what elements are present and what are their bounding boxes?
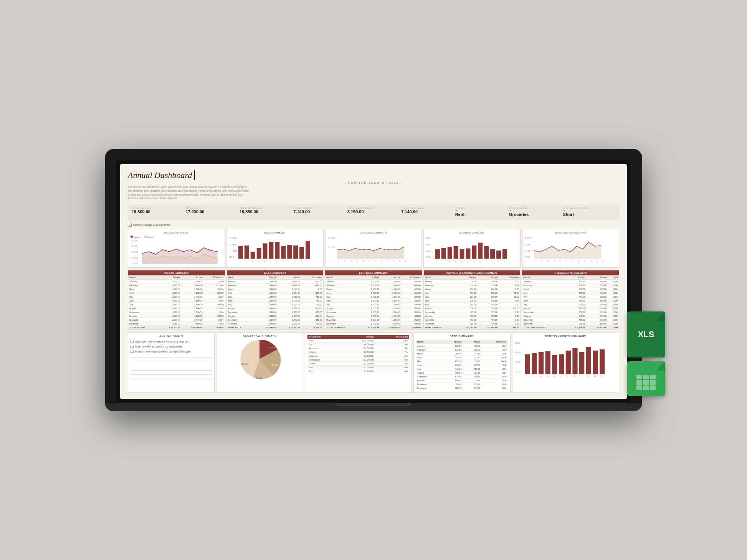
table-cell: -300.00 [402,303,421,306]
savings-chart-svg: 800 600 400 200 [426,236,518,262]
table-cell: September [227,310,255,314]
table-cell: December [128,322,159,326]
table-cell: August [325,306,359,310]
table-cell: 0.00 [499,318,521,322]
grid-cell-9 [650,385,656,390]
table-cell: July [128,303,159,306]
table-cell: July [325,303,359,306]
table-cell: October [424,314,456,318]
grid-cell-8 [643,385,649,390]
table-cell: $ 2,100.00 [342,358,375,362]
svg-rect-116 [600,349,605,374]
table-row: April750.00700.0050.00 [424,291,521,295]
table-row: March1,000.001,000.000.00 [227,287,324,291]
table-cell: 715.00 [463,367,481,371]
goal-checkbox[interactable] [131,340,134,343]
table-cell: 0.00 [481,363,507,367]
table-cell: -700.00 [301,322,323,326]
svg-rect-66 [491,249,495,259]
xls-label: XLS [638,329,654,339]
table-row: October1,000.001,400.00-400.00 [325,314,422,318]
table-cell: 900.00 [565,314,586,318]
svg-text:M: M [449,260,451,262]
table-cell: 1,400.00 [380,287,402,291]
table-row: March1,300.001,350.00-50.00 [128,287,225,291]
table-row: April1,000.001,250.00-250.00 [227,291,324,295]
xls-file-icon[interactable]: XLS [627,311,665,357]
include-savings-checkbox-row[interactable]: ✓ Include Savings & Investments [128,223,619,227]
savings-col-budget: Budget [456,275,478,280]
table-total-cell: $ 12,000.00 [359,326,380,329]
table-cell: 1,475.00 [181,295,204,299]
table-cell: 600.00 [456,295,478,299]
svg-text:M: M [547,260,549,262]
table-cell: 1,000.00 [254,314,278,318]
table-cell: 1,000.00 [359,291,380,295]
grid-lines [636,375,656,390]
table-cell: 1,000.00 [254,303,278,306]
svg-rect-60 [454,246,458,259]
table-cell: August [128,306,159,310]
income-col-actual: Actual [181,275,204,280]
table-cell: 1,350.00 [181,287,204,291]
table-cell: 1,475.00 [181,318,204,322]
bills-col-month: Month [227,275,255,280]
table-cell: 750.00 [565,318,586,322]
table-cell: 1,300.00 [159,287,181,291]
table-cell: 800.00 [443,386,463,390]
table-cell: 750.00 [463,382,481,386]
table-cell: 1,400.00 [278,314,301,318]
svg-text:M: M [553,376,555,377]
table-cell: 800.00 [456,306,478,310]
goal-item: Focus on intentional spending throughout… [131,350,212,353]
table-cell: October [522,314,565,318]
svg-text:Jan: Jan [142,265,146,265]
table-cell: 1,000.00 [359,299,380,303]
table-cell: 630.00 [443,348,463,352]
table-cell: 50.00 [481,359,507,363]
table-cell: 33% [375,339,409,343]
table-cell: October [128,314,159,318]
svg-text:M: M [540,376,542,377]
income-col-diff: Difference [203,275,225,280]
table-cell: 1,300.00 [380,303,402,306]
svg-rect-21 [275,242,279,259]
table-row: September1,000.001,375.00-375.00 [227,310,324,314]
table-cell: March [227,287,255,291]
table-cell: August [522,306,565,310]
svg-text:S: S [584,260,586,262]
svg-rect-25 [299,247,304,259]
goal-checkbox[interactable] [131,350,134,353]
table-cell: -350.00 [402,318,421,322]
table-cell: 0.00 [481,352,507,356]
table-cell: 7% [375,350,409,354]
debt-payments-card: DEBT PAYMENTS SUMMARY 800 600 400 200 [512,332,619,393]
svg-text:A: A [258,260,259,262]
svg-text:33.9%: 33.9% [241,363,248,365]
table-cell: 1,700.00 [380,322,402,326]
debt-summary-card: DEBT SUMMARY Month Budget Actual Differe… [413,332,511,393]
table-row: April750.00700.0050.00 [416,356,508,359]
include-savings-checkbox[interactable]: ✓ [128,223,132,227]
svg-rect-57 [435,249,440,259]
table-cell: 600.00 [478,280,499,283]
table-cell: 0.00 [499,310,521,314]
svg-text:J: J [526,376,527,377]
table-cell: 550.00 [463,359,481,363]
table-cell: 475.00 [456,322,478,326]
table-cell: 650.00 [565,287,586,291]
table-cell: 50.00 [481,356,507,359]
table-cell: 1,900.00 [181,283,204,287]
expenses-chart-area: 2,000 1,000 J F M A M [328,236,420,262]
svg-text:2,000: 2,000 [328,237,335,240]
inv-col-month: Month [522,275,565,280]
list-item: Coffee$ 1,900.004% [307,362,409,366]
table-cell: 750.00 [443,356,463,359]
table-row: October1,000.001,400.00-400.00 [227,314,324,318]
table-row: December800.00800.000.00 [416,386,508,390]
table-cell: $ 6,000.00 [342,343,375,346]
goal-checkbox[interactable] [131,345,134,348]
svg-text:J: J [473,260,474,262]
sheets-file-icon[interactable] [627,361,665,396]
table-cell: 1,000.00 [359,314,380,318]
